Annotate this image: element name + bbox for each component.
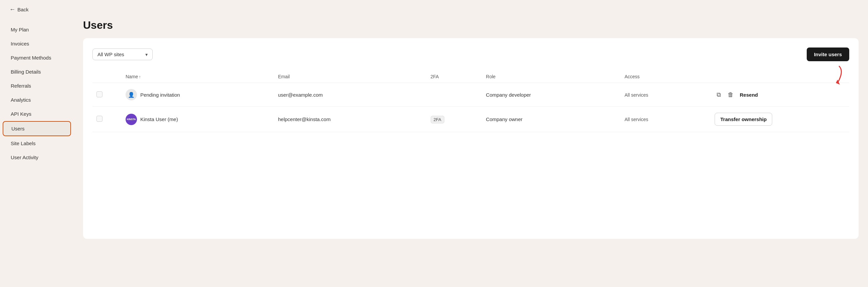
col-header-twofa: 2FA bbox=[427, 71, 482, 83]
col-header-email: Email bbox=[274, 71, 426, 83]
user-access: All services bbox=[624, 92, 648, 98]
filter-label: All WP sites bbox=[97, 51, 124, 57]
table-row: KINSTAKinsta User (me)helpcenter@kinsta.… bbox=[92, 107, 849, 132]
sidebar-item-referrals[interactable]: Referrals bbox=[3, 79, 71, 93]
toolbar: All WP sites ▾ Invite users bbox=[92, 47, 849, 61]
row-checkbox[interactable] bbox=[96, 116, 102, 122]
col-header-name: Name↑ bbox=[122, 71, 274, 83]
table-row: 👤Pending invitationuser@example.comCompa… bbox=[92, 83, 849, 107]
sidebar-item-user-activity[interactable]: User Activity bbox=[3, 150, 71, 164]
user-email: helpcenter@kinsta.com bbox=[274, 107, 426, 132]
sidebar-item-analytics[interactable]: Analytics bbox=[3, 93, 71, 107]
sidebar-item-api-keys[interactable]: API Keys bbox=[3, 107, 71, 121]
copy-link-button[interactable]: ⧉ bbox=[715, 89, 723, 100]
user-role: Company owner bbox=[482, 107, 621, 132]
delete-button[interactable]: 🗑 bbox=[726, 89, 736, 100]
sidebar-item-users[interactable]: Users bbox=[3, 121, 71, 136]
back-button[interactable]: ← Back bbox=[9, 6, 28, 13]
col-header-role: Role bbox=[482, 71, 621, 83]
site-filter-select[interactable]: All WP sites ▾ bbox=[92, 48, 153, 60]
user-role: Company developer bbox=[482, 83, 621, 107]
page-title: Users bbox=[83, 19, 859, 31]
sidebar-item-invoices[interactable]: Invoices bbox=[3, 37, 71, 50]
avatar: KINSTA bbox=[126, 114, 137, 125]
chevron-down-icon: ▾ bbox=[145, 52, 148, 57]
row-checkbox[interactable] bbox=[96, 91, 102, 97]
sidebar-item-payment-methods[interactable]: Payment Methods bbox=[3, 51, 71, 65]
col-header-access: Access bbox=[621, 71, 711, 83]
sidebar-item-site-labels[interactable]: Site Labels bbox=[3, 137, 71, 150]
avatar: 👤 bbox=[126, 89, 137, 100]
content-card: All WP sites ▾ Invite users Name↑ Email … bbox=[83, 38, 859, 239]
back-label: Back bbox=[18, 7, 28, 12]
sort-icon: ↑ bbox=[138, 75, 141, 79]
back-arrow-icon: ← bbox=[9, 6, 16, 13]
user-access: All services bbox=[624, 117, 648, 122]
invite-users-button[interactable]: Invite users bbox=[807, 47, 849, 61]
user-name: Pending invitation bbox=[140, 92, 180, 98]
user-name: Kinsta User (me) bbox=[140, 116, 178, 122]
sidebar-item-my-plan[interactable]: My Plan bbox=[3, 23, 71, 36]
transfer-ownership-button[interactable]: Transfer ownership bbox=[715, 113, 772, 126]
users-table: Name↑ Email 2FA Role Access 👤Pending inv… bbox=[92, 71, 849, 132]
sidebar: My PlanInvoicesPayment MethodsBilling De… bbox=[0, 19, 74, 287]
twofa-badge: 2FA bbox=[431, 116, 444, 123]
user-email: user@example.com bbox=[274, 83, 426, 107]
content-area: Users All WP sites ▾ Invite users Name↑ … bbox=[74, 19, 868, 287]
resend-button[interactable]: Resend bbox=[738, 92, 759, 98]
sidebar-item-billing-details[interactable]: Billing Details bbox=[3, 65, 71, 79]
